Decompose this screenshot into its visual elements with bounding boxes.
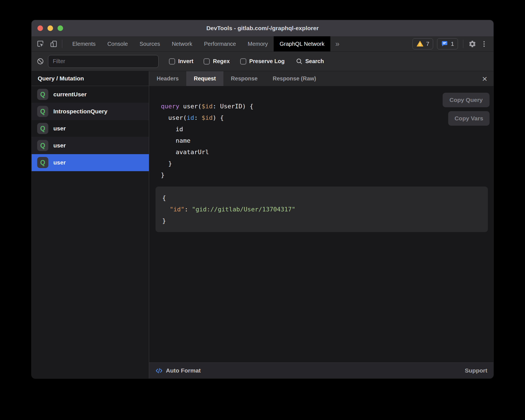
list-item-selected[interactable]: Q user [32, 154, 149, 171]
vars-key: "id" [162, 206, 184, 213]
query-name: currentUser [53, 91, 87, 98]
filter-input[interactable] [48, 55, 159, 68]
query-type-badge: Q [37, 106, 48, 117]
request-detail-panel: Headers Request Response Response (Raw) … [149, 71, 493, 378]
search-group[interactable]: Search [296, 58, 324, 65]
query-name: user [53, 125, 66, 132]
regex-checkbox-group: Regex [204, 58, 230, 65]
preserve-log-label: Preserve Log [249, 58, 285, 65]
message-count: 1 [451, 40, 454, 47]
warnings-badge[interactable]: 7 [412, 38, 433, 49]
list-item[interactable]: Q user [32, 120, 149, 137]
tab-response[interactable]: Response [223, 71, 265, 86]
tab-sources[interactable]: Sources [134, 36, 166, 51]
vars-text: } [162, 217, 166, 224]
request-code-area: query user($id: UserID) { user(id: $id) … [149, 86, 493, 362]
more-tabs-chevron[interactable]: » [330, 36, 345, 51]
settings-gear-icon[interactable] [468, 40, 476, 48]
message-icon [441, 40, 448, 47]
invert-checkbox[interactable] [169, 58, 175, 65]
titlebar: DevTools - gitlab.com/-/graphql-explorer [32, 20, 493, 36]
code-field: avatarUrl [161, 149, 209, 156]
code-format-icon [155, 367, 163, 374]
query-name: user [53, 142, 66, 149]
traffic-lights [37, 25, 63, 31]
vars-text: { [162, 194, 166, 201]
filter-bar: Invert Regex Preserve Log Search [32, 52, 493, 71]
code-field: id [161, 126, 183, 133]
graphql-query-code: query user($id: UserID) { user(id: $id) … [149, 86, 493, 181]
query-type-badge: Q [37, 140, 48, 151]
tab-elements[interactable]: Elements [66, 36, 101, 51]
query-name: IntrospectionQuery [53, 108, 108, 115]
window-title: DevTools - gitlab.com/-/graphql-explorer [32, 25, 493, 32]
auto-format-button[interactable]: Auto Format [166, 367, 201, 374]
close-panel-icon[interactable]: × [482, 74, 487, 83]
tab-headers[interactable]: Headers [149, 71, 186, 86]
preserve-log-checkbox-group: Preserve Log [240, 58, 285, 65]
messages-badge[interactable]: 1 [437, 38, 458, 49]
block-requests-icon[interactable] [37, 58, 44, 65]
tab-graphql-network[interactable]: GraphQL Network [274, 36, 330, 51]
query-type-badge: Q [37, 123, 48, 134]
toolbar-separator [62, 40, 62, 48]
tab-response-raw[interactable]: Response (Raw) [265, 71, 324, 86]
search-label: Search [305, 58, 324, 65]
panel-footer: Auto Format Support [149, 362, 493, 378]
code-variable: $id [202, 114, 213, 121]
query-type-badge: Q [37, 89, 48, 100]
code-text: } [161, 171, 164, 178]
preserve-log-checkbox[interactable] [240, 58, 246, 65]
invert-checkbox-group: Invert [169, 58, 193, 65]
vars-text: : [184, 206, 192, 213]
query-variables-box: { "id": "gid://gitlab/User/13704317"} [156, 187, 488, 232]
device-toolbar-icon[interactable] [49, 40, 58, 48]
minimize-window-button[interactable] [47, 25, 53, 31]
badge-separator [463, 40, 463, 48]
query-type-badge: Q [37, 157, 48, 168]
code-text: ) { [213, 114, 224, 121]
support-link[interactable]: Support [465, 367, 487, 374]
query-name: user [53, 159, 66, 166]
tab-request[interactable]: Request [186, 71, 223, 86]
toolbar-left-icons [32, 36, 58, 51]
regex-label: Regex [213, 58, 230, 65]
code-text: : [194, 114, 202, 121]
tab-performance[interactable]: Performance [198, 36, 242, 51]
code-text: user( [179, 103, 201, 110]
query-list-sidebar: Query / Mutation Q currentUser Q Introsp… [32, 71, 149, 378]
sidebar-header: Query / Mutation [32, 71, 149, 86]
code-text: user( [161, 114, 187, 121]
warning-count: 7 [426, 40, 429, 47]
code-text: } [161, 160, 172, 167]
content-area: Query / Mutation Q currentUser Q Introsp… [32, 71, 493, 378]
list-item[interactable]: Q user [32, 137, 149, 154]
zoom-window-button[interactable] [58, 25, 63, 31]
invert-label: Invert [178, 58, 193, 65]
tab-memory[interactable]: Memory [242, 36, 274, 51]
code-argument: id [187, 114, 194, 121]
copy-query-button[interactable]: Copy Query [443, 93, 490, 107]
copy-vars-button[interactable]: Copy Vars [448, 111, 490, 126]
devtools-tabbar: Elements Console Sources Network Perform… [32, 36, 493, 52]
code-variable: $id [202, 103, 213, 110]
tab-console[interactable]: Console [101, 36, 133, 51]
warning-icon [416, 40, 424, 47]
code-field: name [161, 137, 190, 144]
regex-checkbox[interactable] [204, 58, 210, 65]
inspect-element-icon[interactable] [36, 40, 45, 48]
vars-value: "gid://gitlab/User/13704317" [192, 206, 295, 213]
list-item[interactable]: Q currentUser [32, 86, 149, 103]
code-keyword: query [161, 103, 179, 110]
detail-tabbar: Headers Request Response Response (Raw) … [149, 71, 493, 86]
search-icon [296, 58, 303, 65]
devtools-window: DevTools - gitlab.com/-/graphql-explorer… [32, 20, 493, 378]
toolbar-right: 7 1 [412, 36, 493, 51]
code-text: : UserID) { [213, 103, 253, 110]
list-item[interactable]: Q IntrospectionQuery [32, 103, 149, 120]
kebab-menu-icon[interactable] [480, 40, 488, 48]
tab-network[interactable]: Network [166, 36, 198, 51]
close-window-button[interactable] [37, 25, 43, 31]
